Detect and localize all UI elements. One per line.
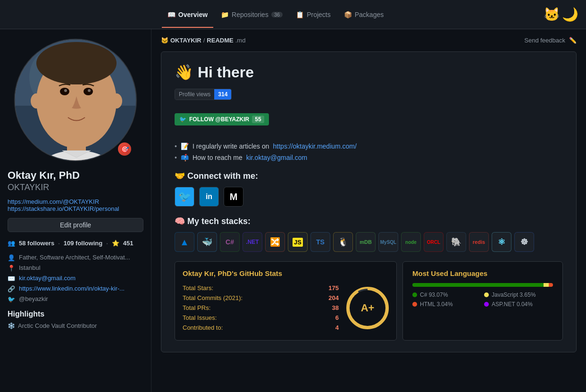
stars-count[interactable]: 451 (123, 240, 134, 247)
edit-pencil-icon[interactable]: ✏️ (569, 37, 577, 44)
tech-icon-node[interactable]: node (401, 232, 421, 252)
lang-bar-c# (412, 283, 544, 287)
lang-dot (412, 302, 417, 307)
mona-icon-1: 🐱 (544, 7, 560, 22)
stats-row-item: Total Issues:6 (183, 313, 339, 323)
lang-dot (484, 292, 489, 297)
stars-icon: ⭐ (112, 240, 119, 247)
bullet-contact-text: How to reach me (193, 154, 243, 161)
tab-repositories[interactable]: 📁 Repositories 36 (215, 7, 288, 22)
lang-legend-item: C# 93.07% (412, 292, 481, 298)
twitter-sidebar-icon: 🐦 (8, 296, 15, 303)
top-nav: 📖 Overview 📁 Repositories 36 📋 Projects … (0, 0, 586, 29)
email-link-readme[interactable]: kir.oktay@gmail.com (246, 154, 307, 161)
grade-value: A+ (361, 302, 375, 314)
avatar (14, 39, 137, 161)
location-text: Istanbul (19, 264, 41, 271)
tab-overview[interactable]: 📖 Overview (162, 7, 213, 22)
tech-icon-react[interactable]: ⚛ (492, 232, 511, 252)
bullet-contact: 📫 How to reach me kir.oktay@gmail.com (175, 152, 563, 163)
breadcrumb-file[interactable]: README (207, 37, 233, 44)
bio-text: Father, Software Architect, Self-Motivat… (19, 254, 130, 261)
tab-overview-label: Overview (178, 11, 208, 18)
tech-icon-redis[interactable]: redis (469, 232, 489, 252)
tech-icon-js[interactable]: JS (288, 232, 308, 252)
send-feedback-button[interactable]: Send feedback (524, 37, 565, 44)
tech-icon-oracle[interactable]: ORCL (424, 232, 444, 252)
linkedin-social-icon[interactable]: in (199, 187, 219, 207)
repo-icon: 📁 (221, 11, 229, 18)
profile-views-count: 314 (214, 89, 231, 100)
lang-legend-item: JavaScript 3.65% (484, 292, 553, 298)
stats-table: Total Stars:175Total Commits (2021):204T… (183, 283, 339, 333)
stats-row-item: Total Stars:175 (183, 283, 339, 293)
email-link[interactable]: kir.oktay@gmail.com (19, 275, 75, 282)
tab-projects[interactable]: 📋 Projects (290, 7, 336, 22)
highlights-item-arctic: ❄️ Arctic Code Vault Contributor (8, 322, 143, 329)
profile-views-section: Profile views 314 (175, 89, 563, 107)
tech-icon-ts[interactable]: TS (310, 232, 330, 252)
tech-icon-mysql[interactable]: MySQL (378, 232, 398, 252)
profile-name: Oktay Kır, PhD (8, 169, 143, 183)
snowflake-icon: ❄️ (8, 322, 15, 329)
lang-bar-html (549, 283, 553, 287)
medium-social-icon[interactable]: M (224, 187, 243, 207)
tech-stack-row: ▲🐳C#.NET🔀JSTS🐧mDBMySQLnodeORCL🐘redis⚛☸ (175, 232, 563, 252)
linkedin-link[interactable]: https://www.linkedin.com/in/oktay-kir-..… (19, 285, 125, 292)
connect-title: 🤝 Connect with me: (175, 171, 563, 181)
svg-point-11 (111, 93, 122, 108)
follow-section: 🐦 FOLLOW @BEYAZKIR 55 (175, 113, 563, 133)
avatar-wrapper: 🎯 (14, 39, 137, 161)
edit-profile-button[interactable]: Edit profile (8, 218, 143, 232)
svg-point-9 (88, 89, 91, 92)
tab-packages-label: Packages (355, 11, 384, 18)
profile-link-medium[interactable]: https://medium.com/@OKTAYKIR (8, 198, 143, 205)
cat-icon: 🐱 (161, 37, 168, 44)
packages-icon: 📦 (344, 11, 352, 18)
profile-link-stackshare[interactable]: https://stackshare.io/OKTAYKIR/personal (8, 205, 143, 212)
avatar-svg (15, 40, 137, 161)
languages-card: Most Used Languages C# 93.07%JavaScript … (402, 261, 563, 341)
stats-row-item: Total PRs:38 (183, 303, 339, 313)
tab-packages[interactable]: 📦 Packages (338, 7, 389, 22)
repo-badge: 36 (271, 12, 283, 17)
medium-link[interactable]: https://oktaykir.medium.com/ (273, 142, 357, 150)
following-count[interactable]: 109 following (64, 240, 102, 247)
tech-icon-psql[interactable]: 🐘 (446, 232, 466, 252)
tech-icon-kubernetes[interactable]: ☸ (514, 232, 534, 252)
book-icon: 📖 (167, 11, 176, 18)
tab-repositories-label: Repositories (232, 11, 268, 18)
link-icon: 🔗 (8, 285, 15, 292)
followers-count[interactable]: 58 followers (19, 240, 54, 247)
nav-tabs: 📖 Overview 📁 Repositories 36 📋 Projects … (8, 7, 544, 22)
tech-icon-docker[interactable]: 🐳 (197, 232, 217, 252)
github-stats-card: Oktay Kır, PhD's GitHub Stats Total Star… (175, 261, 397, 341)
highlights-title: Highlights (8, 310, 143, 318)
sidebar: 🎯 Oktay Kır, PhD OKTAYKIR https://medium… (0, 29, 151, 392)
tech-icon-csharp[interactable]: C# (220, 232, 240, 252)
tech-icon-dotnet[interactable]: .NET (243, 232, 262, 252)
stats-row-item: Contributed to:4 (183, 323, 339, 333)
stats-card-inner: Total Stars:175Total Commits (2021):204T… (183, 283, 389, 333)
profile-views-badge: Profile views 314 (175, 89, 232, 100)
tech-icon-git[interactable]: 🔀 (265, 232, 285, 252)
location-icon: 📍 (8, 265, 15, 272)
readme-header: 🐱 OKTAYKIR / README .md Send feedback ✏️ (161, 37, 577, 44)
bullet-articles: 📝 I regularly write articles on https://… (175, 141, 563, 152)
grade-inner: A+ (350, 290, 385, 326)
follow-count: 55 (252, 116, 264, 123)
grade-circle: A+ (346, 287, 389, 329)
mona-icons: 🐱 🌙 (544, 7, 578, 22)
tech-icon-azure[interactable]: ▲ (175, 232, 194, 252)
meta-linkedin: 🔗 https://www.linkedin.com/in/oktay-kir-… (8, 284, 143, 294)
tech-icon-mongodb[interactable]: mDB (356, 232, 376, 252)
notepad-icon: 📝 (181, 142, 189, 150)
breadcrumb-user[interactable]: OKTAYKIR (170, 37, 201, 44)
tech-icon-linux[interactable]: 🐧 (333, 232, 353, 252)
lang-legend-item: ASP.NET 0.04% (484, 301, 553, 308)
readme-breadcrumb: 🐱 OKTAYKIR / README .md (161, 37, 245, 44)
breadcrumb-ext: .md (235, 37, 246, 44)
lang-bar-javascript (544, 283, 549, 287)
twitter-social-icon[interactable]: 🐦 (175, 187, 194, 207)
follow-button[interactable]: 🐦 FOLLOW @BEYAZKIR 55 (175, 113, 269, 125)
